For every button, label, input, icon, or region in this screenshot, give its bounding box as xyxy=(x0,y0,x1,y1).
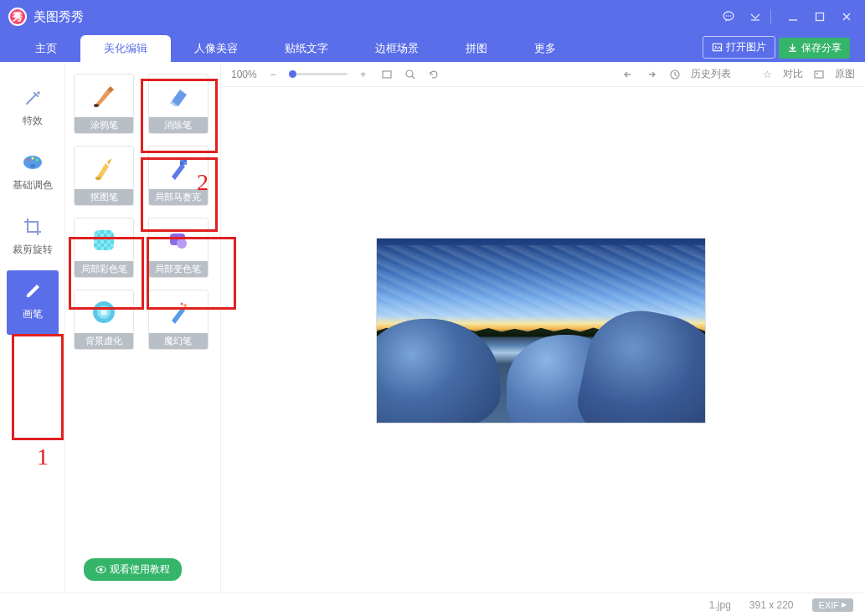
mosaic-pen-icon xyxy=(149,146,208,189)
tool-magic[interactable]: 魔幻笔 xyxy=(148,290,209,350)
speech-icon[interactable] xyxy=(718,7,739,27)
tab-portrait[interactable]: 人像美容 xyxy=(171,35,261,62)
svg-point-38 xyxy=(406,70,413,77)
palette-icon xyxy=(22,151,44,173)
original-label[interactable]: 原图 xyxy=(835,67,855,81)
canvas-area: 100% − + 历史列表 ☆ 对比 原图 xyxy=(221,62,865,593)
refresh-icon[interactable] xyxy=(426,67,441,82)
tool-eraser[interactable]: 消除笔 xyxy=(148,74,209,134)
tab-frame[interactable]: 边框场景 xyxy=(352,35,442,62)
svg-point-16 xyxy=(94,104,99,107)
svg-point-32 xyxy=(183,304,187,307)
svg-rect-19 xyxy=(183,158,187,162)
tool-recolor[interactable]: 局部变色笔 xyxy=(148,218,209,278)
redo-icon[interactable] xyxy=(644,67,659,82)
eraser-icon xyxy=(149,74,208,117)
zoom-slider[interactable] xyxy=(289,73,348,75)
svg-rect-18 xyxy=(180,158,183,162)
tab-more[interactable]: 更多 xyxy=(511,35,579,62)
fit-icon[interactable] xyxy=(379,67,394,82)
undo-icon[interactable] xyxy=(620,67,636,82)
svg-point-28 xyxy=(177,239,187,249)
svg-rect-26 xyxy=(94,230,114,250)
zoom-level: 100% xyxy=(231,69,257,80)
zoom-out-icon[interactable]: − xyxy=(265,67,281,82)
app-logo: 秀 xyxy=(8,8,27,26)
tool-recolor-label: 局部变色笔 xyxy=(149,261,208,277)
rail-brush[interactable]: 画笔 xyxy=(7,270,59,335)
status-dimensions: 391 x 220 xyxy=(749,599,794,611)
rail-crop-rotate[interactable]: 裁剪旋转 xyxy=(7,206,59,270)
tool-local-color[interactable]: 局部彩色笔 xyxy=(74,218,134,278)
close-icon[interactable] xyxy=(837,7,857,27)
svg-point-3 xyxy=(730,15,732,17)
statusbar: 1.jpg 391 x 220 EXIF▶ xyxy=(0,593,865,616)
exif-button[interactable]: EXIF▶ xyxy=(812,598,853,612)
svg-point-17 xyxy=(95,177,100,180)
crop-icon xyxy=(22,216,44,238)
history-icon xyxy=(667,67,682,82)
rail-basic-color[interactable]: 基础调色 xyxy=(7,141,59,206)
content: 特效 基础调色 裁剪旋转 画笔 涂鸦笔 消除笔 抠 xyxy=(0,62,865,593)
svg-rect-41 xyxy=(815,71,823,78)
svg-point-42 xyxy=(816,73,818,74)
tool-doodle-label: 涂鸦笔 xyxy=(75,117,133,133)
magnify-icon[interactable] xyxy=(403,67,418,82)
save-share-button[interactable]: 保存分享 xyxy=(779,38,850,59)
left-rail: 特效 基础调色 裁剪旋转 画笔 xyxy=(0,62,65,593)
watch-tutorial-button[interactable]: 观看使用教程 xyxy=(84,558,182,581)
open-image-label: 打开图片 xyxy=(726,40,766,54)
tool-magic-label: 魔幻笔 xyxy=(149,333,208,349)
rail-brush-label: 画笔 xyxy=(23,307,43,321)
history-label[interactable]: 历史列表 xyxy=(691,67,731,81)
tool-local-color-label: 局部彩色笔 xyxy=(75,261,133,277)
rail-effects-label: 特效 xyxy=(23,114,43,128)
rail-basic-label: 基础调色 xyxy=(13,178,53,192)
svg-rect-20 xyxy=(180,162,183,165)
svg-line-39 xyxy=(412,76,414,79)
star-icon: ☆ xyxy=(759,67,775,82)
canvas-toolbar: 100% − + 历史列表 ☆ 对比 原图 xyxy=(221,62,865,87)
svg-point-34 xyxy=(180,302,183,305)
magic-pen-icon xyxy=(149,290,208,333)
tool-cutout-label: 抠图笔 xyxy=(75,189,133,205)
rail-effects[interactable]: 特效 xyxy=(7,77,59,141)
titlebar: 秀 美图秀秀 xyxy=(0,0,865,33)
svg-point-15 xyxy=(30,164,35,167)
cutout-brush-icon xyxy=(75,146,133,189)
wand-icon xyxy=(22,87,44,109)
canvas-image[interactable] xyxy=(376,238,706,424)
rail-crop-label: 裁剪旋转 xyxy=(13,243,53,257)
svg-point-36 xyxy=(100,568,103,572)
svg-point-31 xyxy=(100,309,107,316)
status-filename: 1.jpg xyxy=(709,599,731,611)
tab-home[interactable]: 主页 xyxy=(12,35,80,62)
tool-mosaic-label: 局部马赛克 xyxy=(149,189,208,205)
svg-point-1 xyxy=(726,15,728,17)
svg-point-12 xyxy=(27,159,29,162)
tab-beautify[interactable]: 美化编辑 xyxy=(80,35,171,62)
tool-bgblur[interactable]: 背景虚化 xyxy=(74,290,134,350)
compare-label[interactable]: 对比 xyxy=(783,67,803,81)
dropdown-icon[interactable] xyxy=(745,7,765,27)
tool-bgblur-label: 背景虚化 xyxy=(75,333,133,349)
tool-doodle[interactable]: 涂鸦笔 xyxy=(74,74,134,134)
maximize-icon[interactable] xyxy=(810,7,830,27)
tab-sticker[interactable]: 贴纸文字 xyxy=(261,35,352,62)
eye-icon xyxy=(95,564,106,575)
svg-point-33 xyxy=(187,307,189,310)
tool-cutout[interactable]: 抠图笔 xyxy=(74,146,134,206)
zoom-in-icon[interactable]: + xyxy=(356,67,371,82)
tool-mosaic[interactable]: 局部马赛克 xyxy=(148,146,209,206)
tab-puzzle[interactable]: 拼图 xyxy=(442,35,511,62)
image-icon xyxy=(712,42,723,53)
bgblur-icon xyxy=(75,290,133,333)
minimize-icon[interactable] xyxy=(783,7,803,27)
svg-rect-6 xyxy=(816,13,824,21)
local-color-icon xyxy=(75,218,133,261)
open-image-button[interactable]: 打开图片 xyxy=(703,36,775,59)
watch-tutorial-label: 观看使用教程 xyxy=(110,562,170,577)
svg-point-14 xyxy=(35,159,38,162)
original-icon xyxy=(811,67,826,82)
svg-rect-37 xyxy=(383,71,391,78)
